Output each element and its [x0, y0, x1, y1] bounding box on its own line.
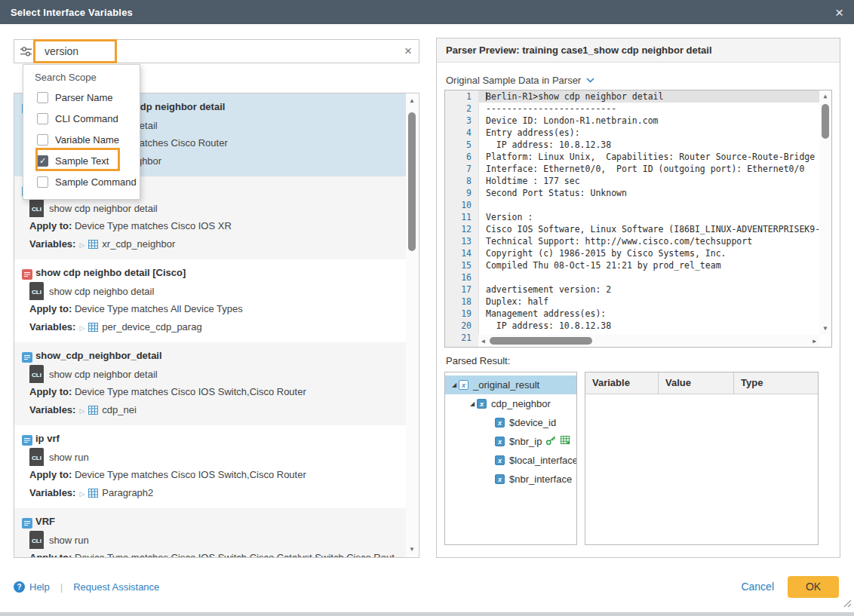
scope-option-sample-text[interactable]: ✓Sample Text — [23, 150, 140, 171]
tree-node-cdp-neighbor[interactable]: ◢xcdp_neighbor — [445, 394, 576, 413]
parser-item-vrf[interactable]: VRFCLIshow runApply to: Device Type matc… — [14, 508, 406, 558]
request-assistance-link[interactable]: Request Assistance — [73, 581, 159, 593]
variables-label: Variables: — [29, 321, 75, 333]
tree-node-original-result[interactable]: ◢x_original_result — [445, 375, 576, 394]
parser-item-show-cdp-neighbor-detail[interactable]: show_cdp_neighbor_detailCLIshow cdp neig… — [14, 342, 406, 425]
code-text: Duplex: half — [478, 296, 831, 308]
code-text: Entry address(es): — [478, 127, 831, 139]
code-text: ------------------------- — [478, 103, 831, 115]
tree-node-nbr-interface[interactable]: x$nbr_interface — [445, 470, 576, 489]
code-text: Management address(es): — [478, 308, 831, 320]
code-text: Berlin-R1>show cdp neighbor detail — [478, 90, 831, 103]
scope-option-label: Sample Text — [55, 155, 109, 167]
parser-preview-panel: Parser Preview: training case1_show cdp … — [436, 38, 840, 558]
cli-command: show cdp neighbor detail — [49, 369, 158, 380]
help-icon[interactable]: ? — [14, 581, 25, 593]
code-vertical-scrollbar[interactable]: ▲ ▼ — [819, 90, 831, 335]
scroll-down-icon[interactable]: ▼ — [406, 546, 418, 553]
tree-node-label: $device_id — [509, 417, 556, 428]
resize-grip-icon[interactable] — [843, 597, 852, 611]
parser-item-show-cdp-neighbo-detail-cisco[interactable]: show cdp neighbo detail [Cisco]CLIshow c… — [14, 259, 406, 342]
code-line: 1Berlin-R1>show cdp neighbor detail — [445, 90, 831, 103]
code-editor: 1Berlin-R1>show cdp neighbor detail2----… — [444, 90, 832, 348]
code-text: Version : — [478, 211, 831, 223]
code-line: 16 — [445, 271, 831, 283]
code-line: 3Device ID: London-R1.netbrain.com — [445, 115, 831, 127]
tree-node-nbr-ip[interactable]: x$nbr_ip — [445, 432, 576, 451]
code-text: IP address: 10.8.12.38 — [478, 139, 831, 151]
parser-title: show cdp neighbo detail [Cisco] — [35, 267, 186, 278]
search-scope-title: Search Scope — [23, 65, 140, 87]
apply-to-label: Apply to: — [29, 469, 72, 480]
scope-option-sample-command[interactable]: Sample Command — [23, 171, 140, 192]
list-scrollbar-thumb[interactable] — [408, 112, 416, 251]
variables-label: Variables: — [29, 404, 75, 415]
code-line: 20 IP address: 10.8.12.38 — [445, 320, 831, 332]
page-bottom-strip — [0, 612, 854, 616]
code-text: Holdtime : 177 sec — [478, 175, 831, 187]
line-number: 6 — [445, 151, 478, 163]
parsed-result-tree: ◢x_original_result◢xcdp_neighborx$device… — [444, 372, 577, 545]
variable-icon: x — [495, 437, 505, 446]
checkbox-icon[interactable] — [37, 113, 48, 124]
help-link[interactable]: Help — [29, 581, 50, 593]
list-scrollbar[interactable]: ▲ ▼ — [406, 94, 418, 556]
scroll-up-icon[interactable]: ▲ — [819, 93, 831, 100]
parser-title: ip vrf — [35, 433, 60, 444]
code-line: 6Platform: Linux Unix, Capabilities: Rou… — [445, 151, 831, 163]
code-hscroll-thumb[interactable] — [490, 337, 592, 345]
expand-arrow-icon[interactable]: ▷ — [79, 407, 84, 415]
scroll-left-icon[interactable]: ◀ — [481, 338, 485, 345]
parser-item-ip-vrf[interactable]: ip vrfCLIshow runApply to: Device Type m… — [14, 425, 406, 508]
line-number: 17 — [445, 283, 478, 296]
scroll-right-icon[interactable]: ▶ — [813, 338, 816, 345]
tree-expanded-icon[interactable]: ◢ — [450, 382, 459, 388]
sample-data-toggle[interactable]: Original Sample Data in Parser — [446, 75, 594, 86]
variables-value: xr_cdp_neighbor — [102, 238, 175, 250]
apply-to-value: Device Type matches Cisco IOS XR — [75, 220, 232, 231]
clear-search-icon[interactable]: × — [404, 44, 412, 59]
code-vscroll-thumb[interactable] — [822, 104, 829, 139]
expand-arrow-icon[interactable]: ▷ — [79, 324, 84, 332]
checkbox-icon[interactable] — [37, 134, 48, 146]
scope-option-parser-name[interactable]: Parser Name — [23, 87, 140, 108]
code-line: 2------------------------- — [445, 103, 831, 115]
checkbox-icon[interactable] — [37, 92, 48, 103]
code-line: 9Second Port Status: Unknown — [445, 187, 831, 199]
variables-value: Paragraph2 — [102, 487, 153, 498]
scroll-up-icon[interactable]: ▲ — [406, 97, 418, 105]
tree-expanded-icon[interactable]: ◢ — [468, 400, 477, 407]
checkbox-checked-icon[interactable]: ✓ — [37, 155, 48, 167]
code-text: Technical Support: http://www.cisco.com/… — [478, 235, 831, 247]
tree-node-device-id[interactable]: x$device_id — [445, 413, 576, 432]
scope-option-variable-name[interactable]: Variable Name — [23, 129, 140, 150]
code-horizontal-scrollbar[interactable]: ◀ ▶ — [478, 335, 819, 347]
code-text: Second Port Status: Unknown — [478, 187, 831, 199]
column-header-value: Value — [659, 372, 734, 394]
apply-to-value: Device Type matches Cisco IOS Switch,Cis… — [75, 386, 306, 397]
line-number: 20 — [445, 320, 478, 332]
scope-option-cli-command[interactable]: CLI Command — [23, 108, 140, 129]
line-number: 21 — [445, 332, 478, 344]
checkbox-icon[interactable] — [37, 176, 48, 188]
cancel-button[interactable]: Cancel — [741, 576, 774, 598]
close-icon[interactable]: × — [835, 5, 843, 20]
expand-arrow-icon[interactable]: ▷ — [79, 490, 84, 498]
ok-button[interactable]: OK — [788, 576, 839, 598]
code-line: 19Management address(es): — [445, 308, 831, 320]
filter-icon[interactable] — [20, 46, 32, 57]
parsed-result-label: Parsed Result: — [446, 355, 510, 366]
variables-value: cdp_nei — [102, 404, 137, 415]
expand-arrow-icon[interactable]: ▷ — [79, 241, 84, 249]
variable-icon: x — [495, 455, 505, 465]
line-number: 19 — [445, 308, 478, 320]
scrollbar-corner — [819, 335, 831, 347]
tree-node-local-interface[interactable]: x$local_interface — [445, 451, 576, 470]
code-line: 5 IP address: 10.8.12.38 — [445, 139, 831, 151]
tree-node-label: $nbr_ip — [509, 436, 542, 447]
scroll-down-icon[interactable]: ▼ — [819, 325, 831, 333]
code-line: 4Entry address(es): — [445, 127, 831, 139]
search-input[interactable]: version × — [14, 39, 419, 63]
code-line: 8Holdtime : 177 sec — [445, 175, 831, 187]
dialog-title: Select Interface Variables — [11, 7, 133, 18]
